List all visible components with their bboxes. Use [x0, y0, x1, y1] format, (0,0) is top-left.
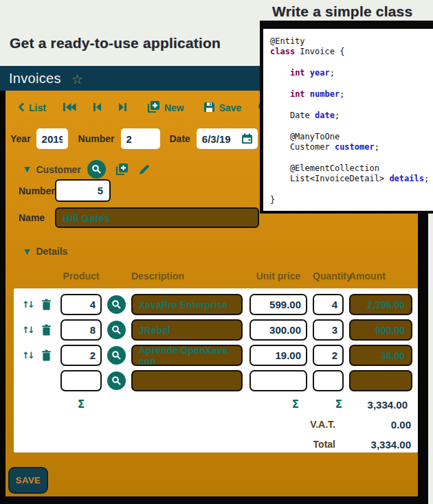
favorite-star-icon[interactable]: ☆ [71, 71, 83, 87]
trash-icon[interactable] [41, 324, 55, 336]
product-field[interactable] [60, 345, 102, 366]
code-line: Date date; [270, 111, 433, 121]
customer-number-label: Number [19, 185, 55, 196]
sort-handle-icon[interactable]: ↑↓ [22, 299, 37, 310]
code-line: @Entity [270, 36, 433, 47]
save-button[interactable]: Save [203, 102, 242, 115]
table-row: ↑↓ Aprende OpenXava con 38.00 [14, 343, 418, 368]
code-line: Customer customer; [270, 142, 433, 152]
floppy-save-icon [203, 102, 215, 115]
page-title: Invoices [9, 71, 61, 87]
heading-write-class: Write a simple class [272, 3, 412, 20]
product-search-button[interactable] [107, 346, 126, 365]
sort-handle-icon[interactable]: ↑↓ [22, 325, 37, 335]
new-document-icon [146, 100, 160, 115]
quantity-field[interactable] [313, 370, 344, 391]
trash-icon[interactable] [41, 299, 55, 310]
date-field-wrap [197, 128, 258, 149]
invoice-key-row: Year Number Date [10, 128, 258, 149]
heading-ready-to-use: Get a ready-to-use application [10, 35, 221, 51]
save-action-button[interactable]: SAVE [8, 467, 48, 494]
code-line [270, 152, 433, 163]
product-field[interactable] [60, 294, 102, 315]
vat-row: V.A.T. 0.00 [14, 417, 418, 431]
code-line [270, 58, 433, 68]
sum-sigma-icon: Σ [313, 398, 344, 411]
first-record-button[interactable] [63, 102, 76, 114]
customer-name-row: Name Bill Gates [19, 207, 259, 228]
customer-name-label: Name [19, 212, 55, 223]
code-line: int year; [270, 68, 433, 78]
calendar-icon[interactable] [241, 133, 253, 144]
table-row: ↑↓ JRebel 900.00 [14, 317, 418, 343]
code-line [270, 79, 433, 89]
column-header-amount: Amount [349, 271, 412, 282]
vat-value: 0.00 [348, 419, 411, 431]
amount-field [349, 370, 412, 391]
quantity-field[interactable] [313, 294, 344, 315]
unit-price-field[interactable] [249, 345, 307, 366]
sum-sigma-icon: Σ [60, 398, 102, 411]
table-row: ↑↓ [14, 368, 418, 393]
new-button-label: New [164, 102, 184, 113]
quantity-field[interactable] [313, 345, 344, 366]
code-snippet-block: @Entityclass Invoice { int year; int num… [260, 21, 433, 214]
code-line: class Invoice { [270, 47, 433, 57]
new-button[interactable]: New [146, 100, 184, 115]
product-search-button[interactable] [107, 321, 126, 339]
list-button-label: List [29, 102, 46, 113]
details-section-header: ▼ Details [24, 246, 67, 257]
amount-sum-value: 3,334.00 [349, 399, 412, 411]
list-mode-button[interactable]: List [18, 102, 46, 114]
code-line: @ElementCollection [270, 163, 433, 174]
date-label: Date [170, 133, 190, 144]
code-line [270, 100, 433, 110]
unit-price-field[interactable] [249, 319, 307, 341]
quantity-field[interactable] [313, 319, 344, 341]
sum-sigma-icon: Σ [249, 398, 307, 411]
customer-search-button[interactable] [87, 160, 106, 179]
product-field[interactable] [60, 370, 102, 391]
code-line [270, 185, 433, 195]
step-back-icon [93, 102, 102, 114]
details-section-label: Details [36, 246, 67, 257]
totals-sigma-row: Σ Σ Σ 3,334.00 [14, 398, 418, 411]
year-field[interactable] [36, 128, 68, 149]
code-lines: @Entityclass Invoice { int year; int num… [263, 29, 433, 211]
code-line: @ManyToOne [270, 132, 433, 142]
description-field [131, 370, 243, 391]
sort-handle-icon[interactable]: ↑↓ [22, 350, 37, 360]
trash-icon[interactable] [41, 350, 55, 361]
column-header-product: Product [60, 271, 102, 282]
chevron-left-icon [18, 102, 25, 114]
product-search-button[interactable] [107, 371, 126, 390]
customer-edit-pencil-icon[interactable] [138, 163, 151, 176]
total-row: Total 3,334.00 [14, 437, 418, 451]
customer-number-field[interactable] [55, 179, 111, 202]
code-line: int number; [270, 89, 433, 100]
unit-price-field[interactable] [249, 370, 307, 391]
date-field[interactable] [202, 133, 236, 145]
code-line: } [270, 195, 433, 205]
product-field[interactable] [60, 319, 102, 341]
total-label: Total [313, 439, 335, 450]
previous-record-button[interactable] [93, 102, 102, 114]
description-field: JRebel [131, 319, 243, 341]
save-button-label: Save [219, 102, 242, 113]
number-field[interactable] [121, 128, 160, 149]
unit-price-field[interactable] [249, 294, 307, 315]
skip-first-icon [63, 102, 76, 114]
customer-create-new-icon[interactable] [115, 163, 129, 176]
description-field: XavaPro Enterprise [131, 294, 243, 315]
details-table-panel: ↑↓ XavaPro Enterprise 2,396.00 ↑↓ JRebel… [14, 288, 418, 453]
collapse-triangle-icon[interactable]: ▼ [24, 247, 30, 256]
column-header-unit-price: Unit price [249, 271, 307, 282]
next-record-button[interactable] [118, 102, 127, 114]
customer-section-label: Customer [36, 164, 80, 175]
customer-number-row: Number [19, 179, 111, 202]
collapse-triangle-icon[interactable]: ▼ [24, 165, 30, 174]
customer-section-header: ▼ Customer [24, 160, 151, 179]
product-search-button[interactable] [107, 295, 126, 314]
amount-field: 38.00 [349, 345, 412, 366]
table-row: ↑↓ XavaPro Enterprise 2,396.00 [14, 292, 418, 317]
